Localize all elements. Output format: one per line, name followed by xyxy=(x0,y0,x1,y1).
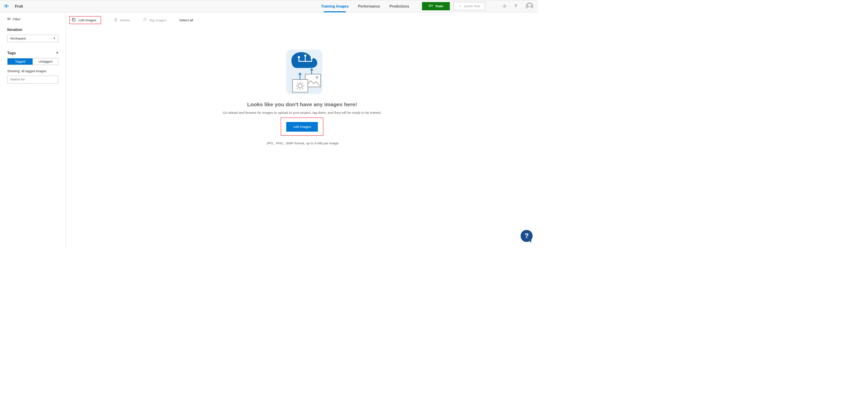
train-button[interactable]: Train xyxy=(422,2,450,10)
select-all-button[interactable]: Select all xyxy=(179,18,193,22)
tab-performance[interactable]: Performance xyxy=(358,0,380,12)
svg-point-7 xyxy=(8,18,8,19)
highlight-add-images-main: Add images xyxy=(281,118,323,136)
tag-search-input[interactable] xyxy=(7,76,58,83)
svg-point-9 xyxy=(10,18,10,19)
iteration-select[interactable]: Workspace ▼ xyxy=(7,35,58,42)
tab-training-images[interactable]: Training Images xyxy=(321,0,348,12)
iteration-heading: Iteration xyxy=(7,27,58,32)
user-avatar[interactable] xyxy=(526,2,533,10)
custom-vision-logo-icon xyxy=(4,3,9,9)
iteration-selected-value: Workspace xyxy=(10,37,26,40)
tag-images-label: Tag images xyxy=(149,18,167,22)
quick-test-button[interactable]: Quick Test xyxy=(453,2,486,10)
filter-heading: Filter xyxy=(7,17,58,21)
empty-formats: .JPG, .PNG, .BMP format, up to 6 MB per … xyxy=(66,141,538,145)
highlight-add-images: Add images xyxy=(69,16,101,24)
quick-test-label: Quick Test xyxy=(464,4,480,8)
chevron-down-icon: ▼ xyxy=(53,37,55,40)
add-images-main-button[interactable]: Add images xyxy=(286,122,318,132)
project-name: Fruit xyxy=(15,4,23,8)
tag-images-button[interactable]: Tag images xyxy=(143,18,166,22)
sliders-icon xyxy=(7,17,11,21)
filter-label: Filter xyxy=(13,17,20,21)
showing-text: Showing: all tagged images xyxy=(7,69,58,73)
content-area: Add images Delete Tag images Select all xyxy=(66,12,538,247)
top-bar: Fruit Training Images Performance Predic… xyxy=(0,0,538,12)
svg-point-4 xyxy=(504,5,505,7)
svg-point-6 xyxy=(528,4,531,6)
delete-button[interactable]: Delete xyxy=(114,18,130,22)
gears-icon xyxy=(429,4,433,8)
person-icon xyxy=(526,2,533,10)
main-tabs: Training Images Performance Predictions xyxy=(321,0,409,12)
settings-button[interactable] xyxy=(501,2,508,10)
svg-point-11 xyxy=(145,19,146,20)
svg-point-8 xyxy=(9,19,9,20)
empty-state: Looks like you don't have any images her… xyxy=(66,45,538,145)
add-images-button[interactable]: Add images xyxy=(72,18,96,22)
help-button[interactable]: ? xyxy=(512,2,519,10)
svg-point-3 xyxy=(431,5,432,6)
gear-icon xyxy=(502,4,507,8)
image-toolbar: Add images Delete Tag images Select all xyxy=(66,12,538,28)
tags-heading: Tags xyxy=(7,51,16,55)
empty-subtitle: Go ahead and browse for images to upload… xyxy=(66,111,538,114)
segment-untagged[interactable]: Untagged xyxy=(33,58,58,65)
delete-label: Delete xyxy=(120,18,130,22)
tab-predictions[interactable]: Predictions xyxy=(389,0,409,12)
train-button-label: Train xyxy=(435,4,443,8)
add-tag-button[interactable]: + xyxy=(56,51,59,55)
svg-rect-18 xyxy=(292,79,308,92)
tag-icon xyxy=(143,18,146,22)
filter-sidebar: Filter Iteration Workspace ▼ Tags + Tagg… xyxy=(0,12,66,247)
select-all-label: Select all xyxy=(179,18,193,22)
check-icon xyxy=(458,4,462,8)
empty-illustration xyxy=(280,45,324,95)
segment-tagged[interactable]: Tagged xyxy=(8,58,33,65)
floating-help-button[interactable]: ? xyxy=(521,230,533,242)
add-image-icon xyxy=(72,18,76,22)
tag-filter-segmented: Tagged Untagged xyxy=(7,58,58,65)
empty-title: Looks like you don't have any images her… xyxy=(66,101,538,108)
trash-icon xyxy=(114,18,118,22)
add-images-label: Add images xyxy=(78,18,96,22)
svg-point-1 xyxy=(6,5,7,7)
